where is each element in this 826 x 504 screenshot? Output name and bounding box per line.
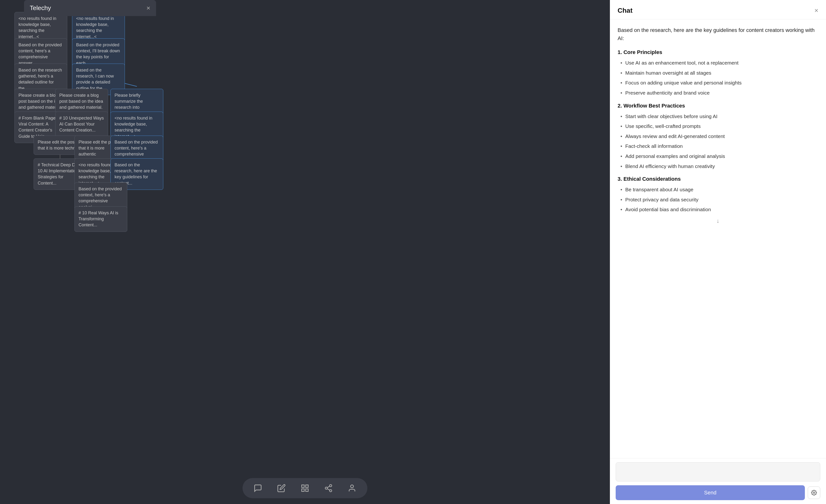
scroll-down-indicator: ↓ — [617, 215, 818, 226]
section-heading-1: Core Principles — [623, 49, 662, 55]
bullet-item: Blend AI efficiency with human creativit… — [621, 162, 818, 170]
section-number-1: 1. — [617, 49, 622, 55]
section-heading-3: Ethical Considerations — [623, 176, 681, 182]
grid-toolbar-icon[interactable] — [299, 483, 311, 494]
node-text: # 10 Real Ways AI is Transforming Conten… — [78, 210, 118, 227]
bullet-item: Maintain human oversight at all stages — [621, 69, 818, 77]
chat-title: Chat — [617, 7, 633, 14]
bullet-item: Add personal examples and original analy… — [621, 152, 818, 160]
section-heading-2: Workflow Best Practices — [623, 103, 685, 109]
telechy-bar: Telechy × — [24, 0, 156, 16]
chat-section-1: 1. Core Principles Use AI as an enhancem… — [617, 49, 818, 97]
node-text: Please create a blog post based on the i… — [59, 93, 103, 110]
bullet-item: Start with clear objectives before using… — [621, 112, 818, 121]
chat-input-area: Send — [610, 458, 826, 504]
chat-section-2: 2. Workflow Best Practices Start with cl… — [617, 103, 818, 170]
svg-point-31 — [326, 487, 328, 489]
bullet-item: Avoid potential bias and discrimination — [621, 205, 818, 213]
section-title-3: 3. Ethical Considerations — [617, 176, 818, 182]
svg-rect-27 — [306, 485, 308, 488]
share-toolbar-icon[interactable] — [323, 483, 334, 494]
svg-point-30 — [330, 485, 332, 487]
chat-input-field[interactable] — [616, 462, 820, 482]
svg-point-32 — [330, 490, 332, 492]
section-bullets-3: Be transparent about AI usage Protect pr… — [617, 186, 818, 213]
edit-toolbar-icon[interactable] — [276, 483, 287, 494]
section-bullets-1: Use AI as an enhancement tool, not a rep… — [617, 59, 818, 97]
node-text: Based on the research gathered, here's a… — [18, 68, 62, 91]
node-text: Based on the provided content, here's a … — [18, 43, 62, 66]
chat-toolbar-icon[interactable] — [252, 483, 263, 494]
node-text: Based on the research, I can now provide… — [76, 68, 114, 91]
node-text: Based on the provided context, I'll brea… — [76, 43, 120, 66]
node-text: <no results found in knowledge base, sea… — [115, 116, 153, 139]
svg-rect-28 — [306, 489, 308, 492]
node-text: Based on the provided context, here's a … — [78, 186, 122, 209]
node-text: # From Blank Page to Viral Content: A Co… — [18, 116, 60, 139]
chat-send-button[interactable]: Send — [616, 485, 805, 500]
flow-node-n8[interactable]: Please create a blog post based on the i… — [55, 89, 108, 114]
chat-section-3: 3. Ethical Considerations Be transparent… — [617, 176, 818, 213]
bullet-item: Always review and edit AI-generated cont… — [621, 132, 818, 140]
person-toolbar-icon[interactable] — [346, 483, 358, 494]
bottom-toolbar — [242, 478, 367, 498]
bullet-item: Be transparent about AI usage — [621, 186, 818, 194]
section-bullets-2: Start with clear objectives before using… — [617, 112, 818, 170]
chat-content: Based on the research, here are the key … — [610, 19, 826, 458]
chat-send-row: Send — [616, 485, 820, 500]
svg-point-35 — [351, 485, 353, 488]
bullet-item: Preserve authenticity and brand voice — [621, 89, 818, 97]
section-title-2: 2. Workflow Best Practices — [617, 103, 818, 109]
bullet-item: Focus on adding unique value and persona… — [621, 79, 818, 87]
section-number-3: 3. — [617, 176, 622, 182]
flow-node-n20[interactable]: # 10 Real Ways AI is Transforming Conten… — [74, 206, 127, 232]
telechy-title: Telechy — [30, 4, 51, 12]
node-text: <no results found in knowledge base, sea… — [76, 16, 114, 39]
svg-point-36 — [813, 492, 815, 493]
chat-settings-button[interactable] — [808, 487, 820, 499]
chat-close-button[interactable]: × — [815, 7, 818, 14]
chat-intro-text: Based on the research, here are the key … — [617, 26, 818, 43]
bullet-item: Fact-check all information — [621, 142, 818, 150]
svg-line-33 — [327, 489, 330, 490]
node-text: # 10 Unexpected Ways AI Can Boost Your C… — [59, 116, 104, 132]
section-title-1: 1. Core Principles — [617, 49, 818, 55]
bullet-item: Use AI as an enhancement tool, not a rep… — [621, 59, 818, 67]
svg-line-34 — [327, 486, 330, 488]
node-text: <no results found in knowledge base, sea… — [18, 16, 56, 39]
chat-header: Chat × — [610, 0, 826, 19]
bullet-item: Use specific, well-crafted prompts — [621, 122, 818, 130]
svg-rect-26 — [302, 485, 304, 488]
svg-rect-29 — [302, 489, 304, 492]
section-number-2: 2. — [617, 103, 622, 109]
node-text: Based on the research, here are the key … — [115, 163, 157, 186]
bullet-item: Protect privacy and data security — [621, 196, 818, 204]
telechy-close-button[interactable]: × — [146, 5, 150, 11]
flow-node-n11[interactable]: # 10 Unexpected Ways AI Can Boost Your C… — [55, 112, 108, 137]
flow-panel: Telechy × — [0, 0, 610, 504]
chat-panel: Chat × Based on the research, here are t… — [610, 0, 826, 504]
